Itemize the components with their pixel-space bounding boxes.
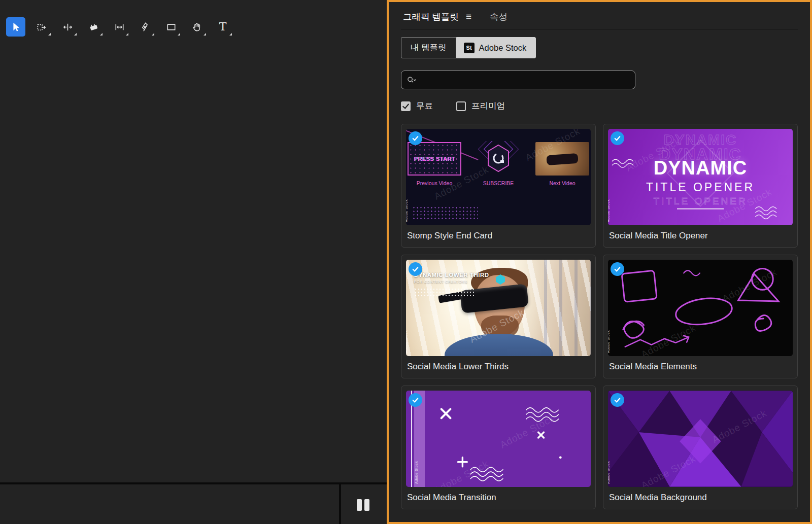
template-title: Social Media Background [608,487,793,504]
channel-logo-icon [471,142,525,176]
subscribe-label: SUBSCRIBE [483,180,514,186]
panel-drag-handle-icon[interactable] [357,499,369,511]
pen-tool[interactable] [136,17,155,37]
premium-filter[interactable]: 프리미엄 [456,100,505,112]
stock-id-label: Adobe Stock [608,199,610,222]
template-thumbnail: Adobe Stock Adobe Stock Adobe Stock DYNA… [608,129,793,225]
ripple-edit-icon [62,21,74,33]
template-card-transition[interactable]: Adobe Stock Adobe Stock Adobe Stock [401,386,596,509]
tab-graphics-templates[interactable]: 그래픽 템플릿 [403,11,459,23]
lower-third-line2: FOR CONTENT CREATORS [414,280,489,284]
selection-tool[interactable] [6,17,25,37]
adobe-stock-label: Adobe Stock [479,43,527,53]
template-thumbnail: Adobe Stock Adobe Stock Adobe Stock [608,391,793,487]
end-card-layout: PRESS START Previous Video [406,142,591,186]
rectangle-icon [165,21,177,33]
panel-divider-vertical[interactable] [339,482,341,524]
template-source-toggle: 내 템플릿 St Adobe Stock [401,37,798,58]
doodle-shapes [608,260,793,356]
panel-tab-bar: 그래픽 템플릿 ≡ 속성 [401,2,798,30]
template-card-lower-thirds[interactable]: DYNAMIC LOWER THIRD FOR CONTENT CREATORS… [401,255,596,378]
free-check-badge-icon [611,393,624,407]
free-check-badge-icon [611,262,624,276]
template-grid: Adobe Stock Adobe Stock Adobe Stock PRES… [401,124,798,509]
razor-icon [88,21,99,33]
press-start-text: PRESS START [414,156,455,162]
polygon-mosaic [608,391,793,487]
tools-toolbar: T [6,17,232,37]
hand-tool[interactable] [187,17,207,37]
search-box[interactable] [401,71,635,89]
type-tool-glyph: T [219,21,227,32]
free-check-badge-icon [611,131,624,145]
template-title: Social Media Title Opener [608,225,793,242]
panel-menu-icon[interactable]: ≡ [466,11,471,22]
application-window: T 그래픽 템플릿 ≡ 속성 내 템플릿 St Adobe Stock [0,0,812,524]
selection-arrow-icon [10,21,21,32]
template-card-title-opener[interactable]: Adobe Stock Adobe Stock Adobe Stock DYNA… [603,124,798,248]
free-check-badge-icon [409,393,422,407]
doodle-shapes [406,391,591,487]
template-card-background[interactable]: Adobe Stock Adobe Stock Adobe Stock Soci… [603,386,798,509]
lower-third-line1: DYNAMIC LOWER THIRD [414,272,489,278]
template-thumbnail: Adobe Stock Adobe Stock Adobe Stock [608,260,793,356]
stock-id-label: Adobe Stock [406,330,408,353]
hand-icon [191,21,203,33]
decor-dot-grid [414,288,474,296]
search-input[interactable] [420,76,630,84]
free-check-badge-icon [409,131,422,145]
decor-dot-grid [412,206,478,220]
panel-divider-horizontal[interactable] [0,482,387,484]
stock-id-label: Adobe Stock [406,199,408,222]
decor-squiggles [608,129,793,225]
hexagon-icon [495,274,505,287]
pen-icon [140,21,151,33]
ripple-edit-tool[interactable] [58,17,77,37]
adobe-stock-icon: St [464,43,475,53]
premium-label: 프리미엄 [471,100,505,112]
stock-id-label: Adobe Stock [608,461,610,484]
my-templates-button[interactable]: 내 템플릿 [401,37,456,58]
free-checkbox[interactable] [401,101,411,111]
stock-id-label: Adobe Stock [608,330,610,353]
adobe-stock-button[interactable]: St Adobe Stock [456,37,536,58]
next-video-photo [535,142,589,176]
tab-properties[interactable]: 속성 [490,11,507,23]
graphics-templates-panel: 그래픽 템플릿 ≡ 속성 내 템플릿 St Adobe Stock [387,0,812,524]
free-label: 무료 [416,100,433,112]
template-title: Social Media Elements [608,356,793,373]
previous-video-slot: PRESS START [408,142,461,176]
rectangle-tool[interactable] [161,17,181,37]
license-filters: 무료 프리미엄 [401,100,798,112]
template-card-elements[interactable]: Adobe Stock Adobe Stock Adobe Stock [603,255,798,378]
slip-tool[interactable] [110,17,129,37]
free-check-badge-icon [409,262,422,276]
search-icon[interactable] [407,76,417,85]
template-title: Stomp Style End Card [406,225,591,242]
lower-third-text: DYNAMIC LOWER THIRD FOR CONTENT CREATORS [414,272,489,296]
template-title: Social Media Transition [406,487,591,504]
stock-id-label: Adobe Stock [415,461,418,484]
slip-icon [114,21,125,33]
track-select-tool[interactable] [32,17,51,37]
template-thumbnail: Adobe Stock Adobe Stock Adobe Stock PRES… [406,129,591,225]
next-video-label: Next Video [549,180,575,186]
template-card-stomp-end-card[interactable]: Adobe Stock Adobe Stock Adobe Stock PRES… [401,124,596,248]
razor-tool[interactable] [84,17,103,37]
type-tool[interactable]: T [213,17,232,37]
free-filter[interactable]: 무료 [401,100,433,112]
template-title: Social Media Lower Thirds [406,356,591,373]
template-thumbnail: Adobe Stock Adobe Stock Adobe Stock [406,391,591,487]
previous-video-label: Previous Video [417,180,452,186]
track-select-icon [36,21,48,33]
premium-checkbox[interactable] [456,101,466,111]
template-thumbnail: DYNAMIC LOWER THIRD FOR CONTENT CREATORS… [406,260,591,356]
